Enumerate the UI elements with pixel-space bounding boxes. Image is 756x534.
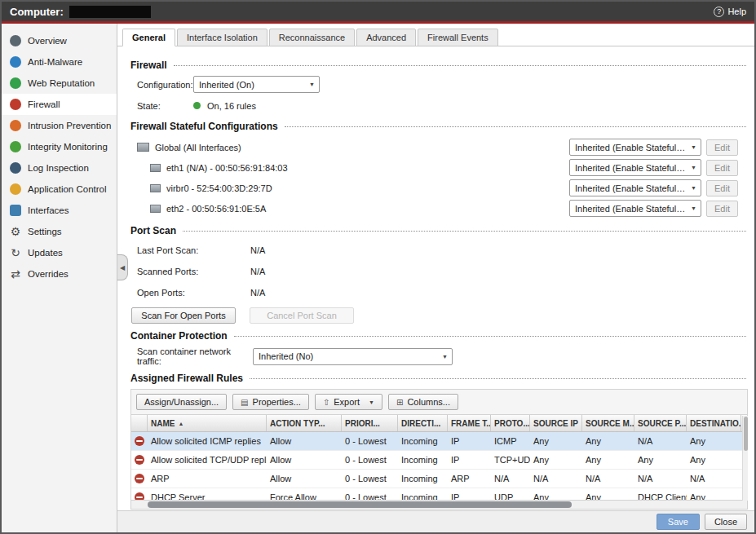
properties-button[interactable]: ▤ Properties...	[232, 394, 309, 410]
sidebar-item-web-reputation[interactable]: Web Reputation	[2, 73, 117, 94]
sidebar-item-integrity-monitoring[interactable]: Integrity Monitoring	[2, 136, 117, 157]
rule-cell: IP	[448, 492, 491, 500]
interface-label: eth2 - 00:50:56:91:0E:5A	[166, 204, 266, 214]
column-header-source-port[interactable]: SOURCE P...	[634, 415, 687, 431]
tab-advanced[interactable]: Advanced	[356, 29, 416, 46]
dotted-rule	[285, 126, 746, 127]
close-button[interactable]: Close	[705, 514, 747, 530]
rule-cell: Any	[582, 436, 634, 446]
column-header-priority[interactable]: PRIORI...	[342, 415, 398, 431]
interfaces-icon	[10, 205, 21, 216]
assign-unassign-button[interactable]: Assign/Unassign...	[136, 394, 227, 410]
sidebar-item-updates[interactable]: ↻ Updates	[2, 242, 117, 263]
computer-name-redacted	[69, 6, 151, 18]
rule-cell: Incoming	[398, 492, 448, 500]
network-interface-icon	[150, 164, 161, 172]
column-header-destination[interactable]: DESTINATIO...	[687, 415, 741, 431]
computer-details-window: Computer: ? Help Overview Anti-Malware W…	[0, 0, 756, 534]
horizontal-scrollbar[interactable]	[130, 500, 748, 510]
container-scan-select[interactable]: Inherited (No) ▼	[253, 348, 453, 365]
intrusion-prevention-icon	[10, 120, 21, 131]
sidebar-item-log-inspection[interactable]: Log Inspection	[2, 157, 117, 179]
stateful-row-virbr0: virbr0 - 52:54:00:3D:29:7D Inherited (En…	[150, 178, 738, 198]
sidebar-item-firewall[interactable]: Firewall	[2, 94, 117, 115]
tab-interface-isolation[interactable]: Interface Isolation	[177, 29, 267, 46]
edit-button[interactable]: Edit	[706, 201, 738, 217]
column-header-action-type[interactable]: ACTION TYP...	[267, 415, 342, 431]
tab-general[interactable]: General	[122, 29, 175, 46]
rule-cell: Any	[687, 436, 741, 446]
application-control-icon	[10, 183, 21, 195]
sidebar-item-intrusion-prevention[interactable]: Intrusion Prevention	[2, 115, 117, 136]
rule-cell: ARP	[448, 474, 491, 483]
scanned-ports-value: N/A	[250, 267, 265, 276]
tab-reconnaissance[interactable]: Reconnaissance	[269, 29, 355, 46]
sidebar-item-interfaces[interactable]: Interfaces	[2, 200, 117, 221]
stateful-config-select[interactable]: Inherited (Enable Stateful Inspection) ▼	[569, 139, 701, 156]
rule-row[interactable]: Allow solicited TCP/UDP replies Allow 0 …	[131, 451, 748, 470]
rule-cell: IP	[448, 436, 491, 446]
rule-cell: Incoming	[398, 474, 448, 483]
sidebar-item-settings[interactable]: ⚙ Settings	[2, 221, 117, 242]
stateful-config-select[interactable]: Inherited (Enable Stateful Inspection) ▼	[569, 159, 701, 176]
last-port-scan-value: N/A	[250, 245, 265, 255]
chevron-down-icon: ▼	[691, 165, 696, 170]
configuration-select[interactable]: Inherited (On) ▼	[193, 76, 320, 93]
log-inspection-icon	[10, 162, 21, 174]
sidebar-collapse-handle[interactable]: ◀	[117, 254, 128, 280]
horizontal-scrollbar-thumb[interactable]	[148, 501, 572, 508]
column-header-protocol[interactable]: PROTO...	[491, 415, 530, 431]
sidebar-item-overrides[interactable]: ⇄ Overrides	[2, 263, 117, 285]
chevron-down-icon: ▼	[691, 144, 696, 150]
dotted-rule	[174, 65, 746, 66]
assigned-rules-section-heading: Assigned Firewall Rules	[130, 373, 746, 384]
column-header-name[interactable]: NAME ▲	[148, 415, 267, 431]
column-header-direction[interactable]: DIRECTI...	[398, 415, 448, 431]
tab-firewall-events[interactable]: Firewall Events	[418, 29, 498, 46]
rule-cell: 0 - Lowest	[342, 492, 398, 500]
sidebar-item-overview[interactable]: Overview	[2, 30, 117, 51]
stateful-config-select[interactable]: Inherited (Enable Stateful Inspection) ▼	[569, 179, 701, 196]
stateful-config-select[interactable]: Inherited (Enable Stateful Inspection) ▼	[569, 200, 701, 217]
rule-row[interactable]: Allow solicited ICMP replies Allow 0 - L…	[131, 432, 748, 451]
rule-cell: N/A	[491, 474, 530, 483]
global-interfaces-icon	[137, 143, 149, 152]
export-icon: ⇧	[323, 398, 329, 407]
network-interface-icon	[150, 205, 161, 213]
columns-button[interactable]: ⊞ Columns...	[388, 394, 458, 410]
edit-button[interactable]: Edit	[706, 139, 738, 156]
rule-cell: UDP	[491, 492, 530, 500]
edit-button[interactable]: Edit	[706, 160, 738, 176]
column-header-source-mac[interactable]: SOURCE M...	[582, 415, 634, 431]
anti-malware-icon	[10, 56, 21, 68]
vertical-scrollbar[interactable]	[742, 416, 748, 501]
rule-cell: Any	[582, 492, 634, 500]
sidebar: Overview Anti-Malware Web Reputation Fir…	[2, 24, 117, 532]
column-header-frame-type[interactable]: FRAME T...	[448, 415, 491, 431]
rule-cell: Any	[634, 455, 687, 465]
cancel-port-scan-button[interactable]: Cancel Port Scan	[250, 307, 354, 324]
column-header-source-ip[interactable]: SOURCE IP	[530, 415, 582, 431]
chevron-down-icon: ▼	[369, 399, 374, 405]
vertical-scrollbar-thumb[interactable]	[744, 417, 748, 451]
rule-cell: ICMP	[491, 436, 530, 446]
rule-cell: Force Allow	[267, 492, 342, 500]
open-ports-label: Open Ports:	[137, 288, 250, 298]
rule-cell: Any	[687, 492, 741, 500]
firewall-section-heading: Firewall	[130, 60, 746, 71]
export-button[interactable]: ⇧ Export ▼	[315, 394, 382, 410]
rule-cell: Allow solicited TCP/UDP replies	[148, 455, 267, 465]
tab-bar: General Interface Isolation Reconnaissan…	[117, 24, 754, 46]
scan-for-open-ports-button[interactable]: Scan For Open Ports	[131, 307, 236, 324]
help-link[interactable]: ? Help	[714, 7, 746, 17]
rule-row[interactable]: DHCP Server Force Allow 0 - Lowest Incom…	[131, 488, 748, 500]
sidebar-item-label: Log Inspection	[28, 163, 89, 173]
edit-button[interactable]: Edit	[706, 180, 738, 196]
rule-cell: Any	[530, 492, 582, 500]
rule-row[interactable]: ARP Allow 0 - Lowest Incoming ARP N/A N/…	[131, 470, 748, 488]
sidebar-item-anti-malware[interactable]: Anti-Malware	[2, 51, 117, 73]
sidebar-item-label: Overrides	[28, 269, 69, 279]
save-button[interactable]: Save	[657, 514, 700, 530]
sidebar-item-application-control[interactable]: Application Control	[2, 179, 117, 200]
rule-cell: DHCP Server	[148, 492, 267, 500]
